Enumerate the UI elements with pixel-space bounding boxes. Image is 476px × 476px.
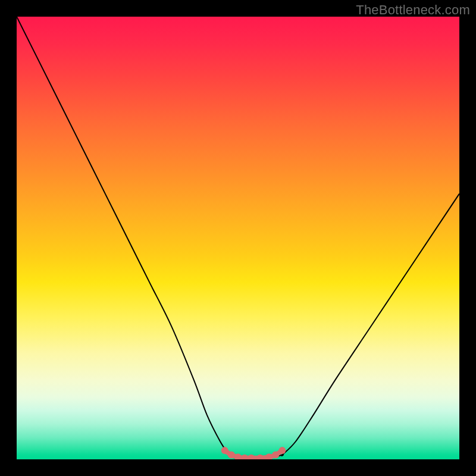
chart-frame: TheBottleneck.com	[0, 0, 476, 476]
valley-marker	[221, 447, 228, 454]
valley-marker	[272, 452, 279, 459]
attribution-label: TheBottleneck.com	[356, 2, 470, 18]
valley-marker	[228, 452, 235, 459]
valley-marker	[256, 455, 264, 459]
valley-marker	[248, 455, 255, 459]
valley-marker	[241, 455, 248, 459]
bottleneck-curve	[17, 17, 459, 459]
curve-layer	[17, 17, 459, 459]
plot-area	[17, 17, 459, 459]
valley-marker	[278, 447, 286, 454]
